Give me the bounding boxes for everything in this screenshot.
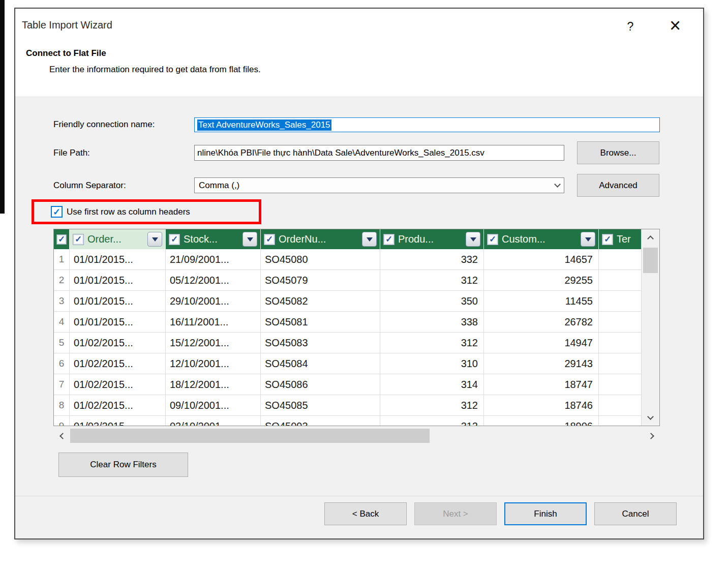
row-number: 5 bbox=[54, 333, 70, 353]
dialog-title: Table Import Wizard bbox=[22, 19, 112, 31]
cell: SO45081 bbox=[261, 312, 380, 332]
grid-body: 101/01/2015...21/09/2001...SO45080332146… bbox=[54, 249, 642, 426]
cell: SO45082 bbox=[261, 291, 380, 311]
select-all-checkbox[interactable]: ✓ bbox=[56, 234, 67, 245]
horizontal-scrollbar[interactable] bbox=[53, 428, 660, 443]
cell: 18746 bbox=[484, 395, 599, 415]
cell: SO45084 bbox=[261, 353, 380, 374]
column-checkbox[interactable]: ✓ bbox=[602, 234, 613, 245]
cell: 16/11/2001... bbox=[166, 312, 261, 332]
cell: SO45079 bbox=[261, 270, 380, 290]
cell bbox=[599, 291, 642, 311]
table-row: 901/03/2015...03/10/2001...SO45093312189… bbox=[54, 416, 642, 426]
column-separator-select[interactable]: Comma (,) bbox=[194, 177, 564, 193]
column-filter-dropdown[interactable] bbox=[147, 232, 162, 247]
column-filter-dropdown[interactable] bbox=[242, 232, 257, 247]
cell: 18747 bbox=[484, 374, 599, 395]
screenshot-root: Table Import Wizard ? × Connect to Flat … bbox=[0, 0, 728, 570]
cell bbox=[599, 353, 642, 374]
row-number: 8 bbox=[54, 395, 70, 415]
grid-columns-area: ✓ ✓Order...✓Stock...✓OrderNu...✓Produ...… bbox=[54, 229, 642, 426]
connection-name-input[interactable]: Text AdventureWorks_Sales_2015 bbox=[194, 117, 660, 132]
browse-button[interactable]: Browse... bbox=[577, 141, 659, 164]
advanced-button[interactable]: Advanced bbox=[577, 174, 659, 197]
chevron-down-icon bbox=[554, 181, 561, 188]
scroll-right-icon[interactable] bbox=[644, 428, 660, 443]
cell: 01/02/2015... bbox=[70, 353, 166, 374]
cell: 05/12/2001... bbox=[166, 270, 261, 290]
vertical-scrollbar-thumb[interactable] bbox=[643, 248, 658, 273]
select-all-cell: ✓ bbox=[54, 229, 70, 249]
cell: 29/10/2001... bbox=[166, 291, 261, 311]
column-separator-value: Comma (,) bbox=[199, 181, 555, 191]
cell: 314 bbox=[380, 374, 484, 395]
row-number: 4 bbox=[54, 312, 70, 332]
cell: 11455 bbox=[484, 291, 599, 311]
footer-divider bbox=[15, 496, 703, 496]
cell: 15/12/2001... bbox=[166, 333, 261, 353]
cancel-button[interactable]: Cancel bbox=[594, 502, 677, 525]
cell: 01/02/2015... bbox=[70, 333, 166, 353]
cell: 312 bbox=[380, 395, 484, 415]
dropdown-arrow-icon bbox=[367, 237, 373, 242]
table-row: 601/02/2015...12/10/2001...SO45084310291… bbox=[54, 353, 642, 374]
row-number: 9 bbox=[54, 416, 70, 426]
help-icon[interactable]: ? bbox=[622, 18, 639, 35]
scroll-up-icon[interactable] bbox=[642, 229, 659, 246]
cell: SO45085 bbox=[261, 395, 380, 415]
cell: 12/10/2001... bbox=[166, 353, 261, 374]
column-checkbox[interactable]: ✓ bbox=[383, 234, 395, 245]
column-header-cell: ✓Order... bbox=[70, 229, 166, 249]
cell: 01/01/2015... bbox=[70, 291, 166, 311]
row-number: 1 bbox=[54, 249, 70, 269]
cell: SO45080 bbox=[261, 249, 380, 269]
column-checkbox[interactable]: ✓ bbox=[487, 234, 498, 245]
cell: 350 bbox=[380, 291, 484, 311]
cell bbox=[599, 270, 642, 290]
cell: 18906 bbox=[484, 416, 599, 426]
cell: 01/01/2015... bbox=[70, 270, 166, 290]
cell: 01/01/2015... bbox=[70, 249, 166, 269]
column-header-label: OrderNu... bbox=[279, 233, 358, 245]
cell: 29255 bbox=[484, 270, 599, 290]
column-header-label: Ter bbox=[617, 233, 638, 245]
dropdown-arrow-icon bbox=[152, 237, 158, 242]
annotation-highlight-rect bbox=[32, 199, 261, 224]
cell bbox=[599, 374, 642, 395]
column-header-cell: ✓Produ... bbox=[380, 229, 484, 249]
column-checkbox[interactable]: ✓ bbox=[169, 234, 180, 245]
page-description: Enter the information required to get da… bbox=[49, 65, 261, 75]
column-filter-dropdown[interactable] bbox=[466, 232, 480, 247]
cell bbox=[599, 416, 642, 426]
connection-name-label: Friendly connection name: bbox=[53, 117, 155, 132]
horizontal-scrollbar-thumb[interactable] bbox=[70, 429, 430, 443]
column-separator-label: Column Separator: bbox=[53, 177, 126, 193]
table-row: 301/01/2015...29/10/2001...SO45082350114… bbox=[54, 291, 642, 312]
back-button[interactable]: < Back bbox=[324, 502, 407, 525]
file-path-value: nline\Khóa PBI\File thực hành\Data Sale\… bbox=[197, 148, 484, 158]
finish-button[interactable]: Finish bbox=[504, 502, 587, 525]
table-import-wizard-dialog: Table Import Wizard ? × Connect to Flat … bbox=[14, 8, 704, 539]
cell: 14657 bbox=[484, 249, 599, 269]
clear-row-filters-button[interactable]: Clear Row Filters bbox=[58, 453, 188, 477]
background-edge-strip bbox=[0, 0, 5, 214]
preview-grid: ✓ ✓Order...✓Stock...✓OrderNu...✓Produ...… bbox=[53, 229, 660, 426]
column-header-label: Order... bbox=[87, 233, 144, 245]
cell: 29143 bbox=[484, 353, 599, 374]
file-path-input[interactable]: nline\Khóa PBI\File thực hành\Data Sale\… bbox=[194, 145, 564, 161]
scroll-left-icon[interactable] bbox=[53, 428, 70, 443]
column-filter-dropdown[interactable] bbox=[362, 232, 377, 247]
column-filter-dropdown[interactable] bbox=[581, 232, 595, 247]
cell: 332 bbox=[380, 249, 484, 269]
cell: 09/10/2001... bbox=[166, 395, 261, 415]
column-checkbox[interactable]: ✓ bbox=[73, 234, 84, 245]
cell: 03/10/2001... bbox=[166, 416, 261, 426]
cell: 01/03/2015... bbox=[70, 416, 166, 426]
column-checkbox[interactable]: ✓ bbox=[264, 234, 275, 245]
vertical-scrollbar[interactable] bbox=[641, 229, 659, 426]
cell: 01/02/2015... bbox=[70, 395, 166, 415]
next-button: Next > bbox=[414, 502, 497, 525]
scroll-down-icon[interactable] bbox=[642, 409, 659, 426]
cell: SO45083 bbox=[261, 333, 380, 353]
close-icon[interactable]: × bbox=[665, 15, 685, 36]
